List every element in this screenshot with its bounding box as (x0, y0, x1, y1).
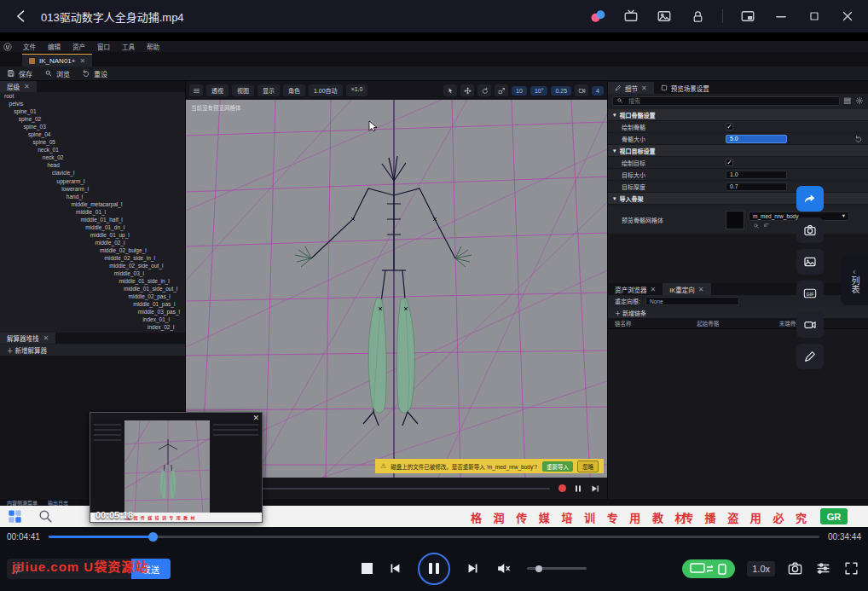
viewport-mode-button[interactable]: 视图 (232, 84, 254, 96)
close-button[interactable] (839, 8, 856, 25)
share-tool-button[interactable] (796, 186, 824, 211)
skeleton-bone-item[interactable]: middle_01_l (0, 208, 185, 216)
draw-goals-checkbox[interactable]: ✓ (726, 159, 733, 166)
previous-button[interactable] (388, 561, 402, 576)
viewport-mode-button[interactable]: ×1.0 (346, 84, 368, 96)
back-button[interactable] (7, 2, 36, 31)
skeleton-bone-item[interactable]: index_02_l (0, 323, 185, 331)
ue-menu-item[interactable]: 窗口 (91, 42, 116, 51)
viewport-mode-button[interactable]: 显示 (258, 84, 280, 96)
goal-size-input[interactable]: 1.0 (726, 171, 787, 179)
ue-menu-item[interactable]: 资产 (67, 42, 91, 51)
ue-menu-item[interactable]: 工具 (116, 42, 141, 51)
seek-knob[interactable] (148, 532, 158, 542)
move-tool-icon[interactable] (460, 84, 474, 96)
reimport-button[interactable]: 重新导入 (542, 461, 573, 472)
details-search-input[interactable] (627, 97, 836, 105)
stop-button[interactable] (362, 563, 373, 574)
danmaku-grid-icon[interactable] (7, 508, 23, 524)
gif-tool-button[interactable]: GIF (796, 281, 824, 306)
ue-menu-item[interactable]: 文件 (17, 42, 42, 51)
browse-to-asset-icon[interactable] (753, 223, 760, 229)
viewport-mode-button[interactable]: 透视 (206, 84, 229, 96)
cast-tv-icon[interactable] (622, 8, 639, 25)
ue-menu-item[interactable]: 编辑 (42, 42, 67, 51)
select-tool-icon[interactable] (443, 84, 457, 96)
skeleton-bone-item[interactable]: spine_03 (0, 123, 185, 130)
skeleton-bone-item[interactable]: middle_02_side_in_l (0, 254, 185, 262)
section-import-skeleton[interactable]: ▾导入骨架 (608, 193, 868, 205)
asset-tab-close-icon[interactable]: ✕ (79, 57, 85, 65)
fullscreen-button[interactable] (843, 560, 859, 577)
details-search-box[interactable] (612, 96, 840, 106)
skeleton-bone-item[interactable]: middle_metacarpal_l (0, 200, 185, 208)
skeleton-bone-item[interactable]: middle_01_side_in_l (0, 277, 185, 285)
screenshot-tool-button[interactable] (796, 217, 824, 243)
tune-settings-button[interactable] (815, 560, 831, 577)
viewport-menu-icon[interactable] (189, 84, 203, 96)
record-button[interactable] (558, 484, 566, 492)
snapshot-icon[interactable] (656, 8, 673, 25)
step-forward-button[interactable] (590, 484, 600, 494)
section-viewport-bone[interactable]: ▾视口骨骼设置 (608, 109, 868, 121)
use-selected-icon[interactable] (763, 223, 770, 229)
playback-speed[interactable]: 1.0x (747, 561, 775, 577)
danmaku-input[interactable] (28, 564, 126, 574)
minimize-button[interactable] (773, 8, 790, 25)
mesh-thumbnail[interactable] (726, 211, 744, 229)
skeleton-bone-item[interactable]: neck_01 (0, 146, 185, 154)
skeleton-bone-item[interactable]: middle_02_l (0, 239, 185, 246)
ue-reset-button[interactable]: 重设 (82, 69, 107, 78)
pip-close-icon[interactable]: ✕ (252, 414, 259, 422)
ue-asset-tab[interactable]: IK_NAN01+ ✕ (22, 54, 92, 67)
skeleton-bone-item[interactable]: clavicle_l (0, 169, 185, 177)
skeleton-bone-item[interactable]: middle_03_pas_l (0, 308, 185, 316)
preview-scene-tab[interactable]: 预览场景设置 (654, 82, 716, 94)
bone-size-input[interactable]: 5.0 (726, 135, 787, 143)
skeleton-bone-item[interactable]: spine_02 (0, 115, 185, 123)
solver-stack-tab[interactable]: 解算器堆栈 ✕ (0, 333, 55, 344)
ik-retarget-tab[interactable]: IK重定向 ✕ (663, 283, 710, 295)
danmaku-box[interactable] (7, 559, 131, 579)
skeleton-bone-item[interactable]: hand_l (0, 193, 185, 200)
add-chain-button[interactable]: ＋ 新增链条 (608, 307, 868, 318)
skeleton-bone-item[interactable]: middle_02_pas_l (0, 293, 185, 300)
send-button[interactable]: 发送 (131, 559, 171, 579)
skeleton-bone-item[interactable]: index_01_l (0, 316, 185, 323)
skeleton-bone-item[interactable]: spine_01 (0, 107, 185, 115)
pip-preview-window[interactable]: ✕ 格 润 传 媒 培 训 专 用 教 材 (90, 412, 263, 523)
playlist-handle[interactable]: ‹ 列表 (841, 256, 868, 305)
play-pause-button[interactable] (418, 553, 450, 585)
record-tool-button[interactable] (796, 312, 824, 338)
add-solver-button[interactable]: ＋ 新增解算器 (0, 345, 185, 356)
skeleton-bone-item[interactable]: middle_01_dn_l (0, 223, 185, 231)
skeleton-bone-item[interactable]: middle_01_half_l (0, 216, 185, 223)
hierarchy-tab[interactable]: 层级 ✕ (0, 81, 37, 92)
camera-speed-icon[interactable] (575, 84, 588, 96)
magnifier-icon[interactable] (38, 508, 54, 524)
skeleton-bone-item[interactable]: middle_02_bulge_l (0, 246, 185, 254)
solver-tab-close-icon[interactable]: ✕ (43, 334, 49, 342)
scale-snap-value[interactable]: 0.25 (551, 86, 571, 96)
ik-retarget-tab-close-icon[interactable]: ✕ (698, 286, 704, 293)
skeleton-bone-item[interactable]: middle_01_pas_l (0, 300, 185, 308)
ignore-button[interactable]: 忽略 (577, 461, 599, 472)
next-button[interactable] (466, 561, 480, 576)
retarget-root-value[interactable]: None (645, 297, 739, 305)
details-tab-close-icon[interactable]: ✕ (641, 84, 647, 92)
mini-player-icon[interactable] (739, 8, 756, 25)
cast-pill-button[interactable] (682, 559, 735, 578)
asset-browser-tab[interactable]: 资产浏览器 ✕ (608, 283, 663, 295)
ue-save-button[interactable]: 保存 (7, 69, 32, 78)
hierarchy-tab-close-icon[interactable]: ✕ (24, 83, 30, 90)
viewport-mode-button[interactable]: 1.00自动 (309, 84, 343, 96)
seek-bar[interactable] (49, 530, 819, 542)
skeleton-bone-item[interactable]: middle_01_up_l (0, 231, 185, 239)
view-options-icon[interactable] (843, 96, 852, 105)
settings-gear-icon[interactable] (855, 96, 864, 105)
rotate-tool-icon[interactable] (477, 84, 491, 96)
ue-menu-item[interactable]: 帮助 (141, 42, 165, 51)
section-viewport-goal[interactable]: ▾视口目标设置 (608, 145, 868, 157)
details-tab[interactable]: 细节 ✕ (608, 82, 654, 94)
skeleton-bone-item[interactable]: head (0, 161, 185, 169)
